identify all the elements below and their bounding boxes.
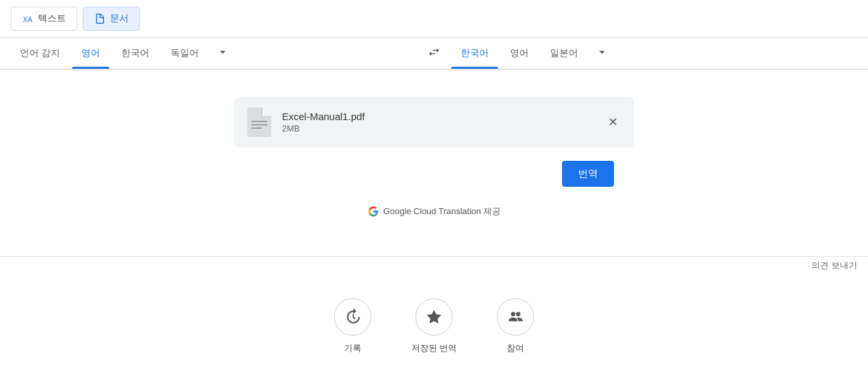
svg-text:XA: XA [23, 15, 33, 23]
history-item[interactable]: 기록 [334, 298, 371, 354]
attribution-provider: Google Cloud Translation [383, 206, 481, 216]
svg-rect-4 [251, 127, 262, 129]
attribution-suffix: 제공 [483, 206, 501, 216]
target-language-bar: 한국어 영어 일본어 [451, 39, 857, 69]
source-lang-english[interactable]: 영어 [72, 39, 109, 67]
attribution-text: Google Cloud Translation 제공 [383, 206, 501, 218]
svg-rect-6 [262, 107, 271, 117]
saved-icon-circle [415, 298, 453, 336]
community-item[interactable]: 참여 [497, 298, 534, 354]
translate-button-wrapper: 번역 [214, 161, 654, 187]
community-icon [507, 308, 524, 326]
swap-icon [427, 45, 441, 59]
svg-point-9 [516, 312, 521, 316]
svg-rect-2 [251, 121, 267, 122]
community-label: 참여 [507, 342, 524, 354]
swap-languages-button[interactable] [417, 40, 451, 67]
translate-icon: XA [22, 13, 34, 25]
chevron-down-icon [595, 45, 609, 59]
source-lang-auto[interactable]: 언어 감지 [11, 39, 69, 67]
saved-translations-item[interactable]: 저장된 번역 [411, 298, 457, 354]
history-icon-circle [334, 298, 371, 336]
file-size: 2MB [282, 123, 605, 133]
file-name: Excel-Manual1.pdf [282, 111, 605, 122]
document-icon [94, 13, 106, 25]
history-icon [344, 308, 361, 326]
saved-label: 저장된 번역 [411, 342, 457, 354]
file-icon [247, 107, 271, 137]
svg-point-8 [511, 312, 516, 316]
toolbar: XA 텍스트 문서 [0, 0, 868, 38]
history-label: 기록 [344, 342, 361, 354]
svg-rect-3 [251, 124, 267, 125]
document-mode-button[interactable]: 문서 [83, 7, 140, 31]
source-language-bar: 언어 감지 영어 한국어 독일어 [11, 39, 417, 69]
source-lang-more-button[interactable] [211, 39, 235, 69]
file-info: Excel-Manual1.pdf 2MB [282, 111, 605, 133]
text-btn-label: 텍스트 [38, 13, 66, 25]
feedback-link[interactable]: 의견 보내기 [811, 260, 857, 270]
remove-file-button[interactable]: ✕ [605, 113, 621, 131]
text-mode-button[interactable]: XA 텍스트 [11, 7, 77, 31]
google-logo-icon [367, 206, 379, 218]
bottom-navigation: 기록 저장된 번역 참여 [0, 272, 868, 368]
file-upload-card: Excel-Manual1.pdf 2MB ✕ [234, 97, 634, 147]
source-lang-korean[interactable]: 한국어 [112, 39, 159, 67]
community-icon-circle [497, 298, 534, 336]
target-lang-english[interactable]: 영어 [501, 39, 538, 67]
attribution-bar: Google Cloud Translation 제공 [13, 198, 855, 231]
chevron-down-icon [216, 45, 229, 59]
source-lang-german[interactable]: 독일어 [161, 39, 208, 67]
translate-button[interactable]: 번역 [562, 161, 614, 187]
target-lang-more-button[interactable] [590, 39, 614, 69]
source-panel: Excel-Manual1.pdf 2MB ✕ 번역 Google Cloud … [0, 70, 868, 256]
feedback-bar: 의견 보내기 [0, 257, 868, 272]
target-lang-korean[interactable]: 한국어 [451, 39, 498, 67]
doc-btn-label: 문서 [110, 13, 129, 25]
language-bar: 언어 감지 영어 한국어 독일어 한국어 영어 일본어 [0, 38, 868, 70]
target-lang-japanese[interactable]: 일본어 [541, 39, 587, 67]
translation-area: Excel-Manual1.pdf 2MB ✕ 번역 Google Cloud … [0, 70, 868, 257]
star-icon [425, 308, 443, 326]
